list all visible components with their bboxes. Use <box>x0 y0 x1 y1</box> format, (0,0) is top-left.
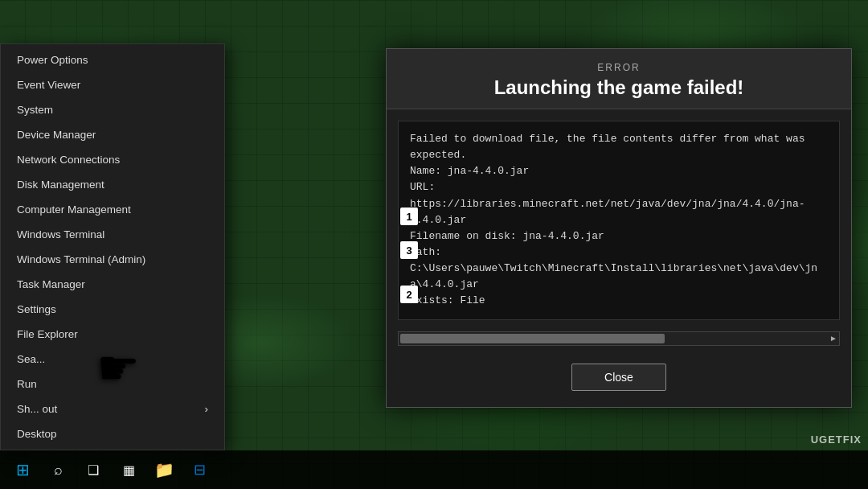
task-view-button[interactable]: ❑ <box>77 454 109 486</box>
menu-item-windows-terminal-admin[interactable]: Windows Terminal (Admin) <box>1 247 224 272</box>
menu-item-event-viewer[interactable]: Event Viewer <box>1 72 224 97</box>
menu-label: File Explorer <box>17 328 78 340</box>
folder-icon: 📁 <box>154 460 174 479</box>
search-button[interactable]: ⌕ <box>42 454 74 486</box>
annotation-3: 3 <box>400 241 418 259</box>
horizontal-scrollbar[interactable]: ◄ ► <box>398 331 840 346</box>
ugetfix-watermark: UGETFIX <box>811 434 862 446</box>
dialog-footer: Close <box>387 354 851 407</box>
menu-item-run[interactable]: Run <box>1 372 224 397</box>
menu-item-shutdown[interactable]: Sh... out › <box>1 397 224 421</box>
menu-label: Desktop <box>17 428 57 440</box>
menu-item-desktop[interactable]: Desktop <box>1 421 224 446</box>
menu-label: Sea... <box>17 353 45 365</box>
menu-item-network-connections[interactable]: Network Connections <box>1 147 224 172</box>
widgets-button[interactable]: ▦ <box>113 454 145 486</box>
menu-label: Windows Terminal (Admin) <box>17 253 145 265</box>
menu-item-power-options[interactable]: Power Options <box>1 47 224 72</box>
windows-logo-icon: ⊞ <box>16 460 30 479</box>
submenu-arrow-icon: › <box>205 403 209 415</box>
menu-item-system[interactable]: System <box>1 97 224 122</box>
menu-label: Device Manager <box>17 129 96 141</box>
store-button[interactable]: ⊟ <box>183 454 215 486</box>
menu-item-windows-terminal[interactable]: Windows Terminal <box>1 222 224 247</box>
start-button[interactable]: ⊞ <box>6 454 39 486</box>
store-icon: ⊟ <box>194 461 206 479</box>
close-button[interactable]: Close <box>571 364 666 391</box>
menu-item-disk-management[interactable]: Disk Management <box>1 172 224 197</box>
menu-label: Network Connections <box>17 154 120 166</box>
dialog-title: Launching the game failed! <box>403 76 835 99</box>
menu-item-file-explorer[interactable]: File Explorer <box>1 322 224 347</box>
menu-item-settings[interactable]: Settings <box>1 297 224 322</box>
file-explorer-taskbar-button[interactable]: 📁 <box>148 454 180 486</box>
taskbar: ⊞ ⌕ ❑ ▦ 📁 ⊟ <box>0 450 868 489</box>
error-dialog: ERROR Launching the game failed! Failed … <box>386 48 852 408</box>
menu-label: Event Viewer <box>17 79 80 91</box>
context-menu: Power Options Event Viewer System Device… <box>0 43 225 450</box>
menu-label: Power Options <box>17 54 88 66</box>
menu-item-task-manager[interactable]: Task Manager <box>1 272 224 297</box>
search-icon: ⌕ <box>54 462 63 479</box>
menu-item-computer-management[interactable]: Computer Management <box>1 197 224 222</box>
scroll-right-arrow-icon[interactable]: ► <box>829 334 837 343</box>
menu-label: Sh... out <box>17 403 57 415</box>
menu-label: Disk Management <box>17 179 104 191</box>
menu-item-search[interactable]: Sea... <box>1 347 224 372</box>
menu-item-device-manager[interactable]: Device Manager <box>1 122 224 147</box>
annotation-2: 2 <box>400 286 418 303</box>
menu-label: Windows Terminal <box>17 228 104 240</box>
menu-label: Task Manager <box>17 278 85 290</box>
dialog-header: ERROR Launching the game failed! <box>387 49 851 109</box>
widgets-icon: ▦ <box>123 462 135 478</box>
menu-label: Run <box>17 378 37 390</box>
menu-label: Computer Management <box>17 203 131 216</box>
annotation-1: 1 <box>400 208 418 225</box>
task-view-icon: ❑ <box>88 462 99 478</box>
scrollbar-thumb[interactable] <box>400 334 665 343</box>
menu-label: System <box>17 104 53 116</box>
error-body: Failed to download file, the file conten… <box>398 121 840 320</box>
error-label: ERROR <box>403 62 835 73</box>
menu-label: Settings <box>17 303 56 315</box>
